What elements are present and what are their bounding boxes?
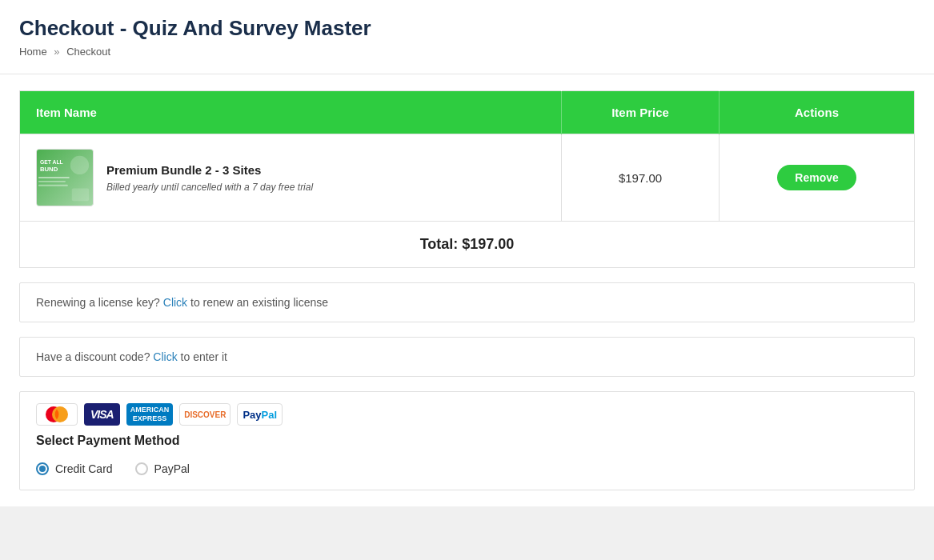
payment-options: Credit Card PayPal <box>20 459 914 490</box>
discount-text-before: Have a discount code? <box>36 350 150 363</box>
item-actions-cell: Remove <box>720 134 915 222</box>
svg-point-10 <box>52 406 68 422</box>
renew-text-after: to renew an existing license <box>190 296 328 309</box>
breadcrumb: Home » Checkout <box>19 46 915 58</box>
svg-rect-8 <box>72 189 89 202</box>
breadcrumb-current: Checkout <box>66 46 110 58</box>
discount-notice: Have a discount code? Click to enter it <box>19 337 915 377</box>
renew-notice: Renewing a license key? Click to renew a… <box>19 282 915 322</box>
total-row: Total: $197.00 <box>20 222 915 268</box>
credit-card-label: Credit Card <box>55 462 113 475</box>
paypal-label: PayPal <box>154 462 190 475</box>
renew-text-before: Renewing a license key? <box>36 296 160 309</box>
payment-icons: VISA AMERICANEXPRESS DISCOVER PayPal <box>20 392 914 426</box>
item-price-cell: $197.00 <box>561 134 719 222</box>
payment-method-title: Select Payment Method <box>20 426 914 459</box>
breadcrumb-home[interactable]: Home <box>19 46 47 58</box>
discount-link[interactable]: Click <box>153 350 177 363</box>
total-cell: Total: $197.00 <box>20 222 915 268</box>
radio-paypal[interactable] <box>135 462 148 475</box>
radio-credit-card[interactable] <box>36 462 49 475</box>
visa-icon: VISA <box>84 403 120 426</box>
svg-rect-5 <box>38 181 66 182</box>
table-row: GET ALL BUND Premium Bun <box>20 134 915 222</box>
payment-option-credit-card[interactable]: Credit Card <box>36 462 113 475</box>
payment-section: VISA AMERICANEXPRESS DISCOVER PayPal Sel… <box>19 391 915 490</box>
item-name-label: Premium Bundle 2 - 3 Sites <box>106 163 313 177</box>
discover-icon: DISCOVER <box>179 403 230 426</box>
item-name-cell: GET ALL BUND Premium Bun <box>20 134 562 222</box>
payment-option-paypal[interactable]: PayPal <box>135 462 190 475</box>
svg-text:BUND: BUND <box>40 166 58 173</box>
mastercard-icon <box>36 403 78 426</box>
item-billing-note: Billed yearly until cancelled with a 7 d… <box>106 182 313 193</box>
col-header-item-price: Item Price <box>561 91 719 134</box>
amex-icon: AMERICANEXPRESS <box>126 403 174 426</box>
svg-rect-6 <box>38 185 68 186</box>
svg-text:GET ALL: GET ALL <box>40 159 63 165</box>
svg-rect-4 <box>38 177 70 178</box>
discount-text-after: to enter it <box>181 350 227 363</box>
total-value: $197.00 <box>462 236 514 252</box>
col-header-item-name: Item Name <box>20 91 562 134</box>
item-thumbnail: GET ALL BUND <box>36 149 94 206</box>
page-title: Checkout - Quiz And Survey Master <box>19 16 915 41</box>
renew-link[interactable]: Click <box>163 296 187 309</box>
col-header-actions: Actions <box>720 91 915 134</box>
checkout-table: Item Name Item Price Actions <box>19 90 915 268</box>
breadcrumb-separator: » <box>54 46 59 58</box>
remove-button[interactable]: Remove <box>777 165 856 190</box>
total-label: Total: <box>420 236 463 252</box>
item-info: Premium Bundle 2 - 3 Sites Billed yearly… <box>106 163 313 193</box>
paypal-icon: PayPal <box>237 403 283 426</box>
svg-point-7 <box>70 156 89 174</box>
